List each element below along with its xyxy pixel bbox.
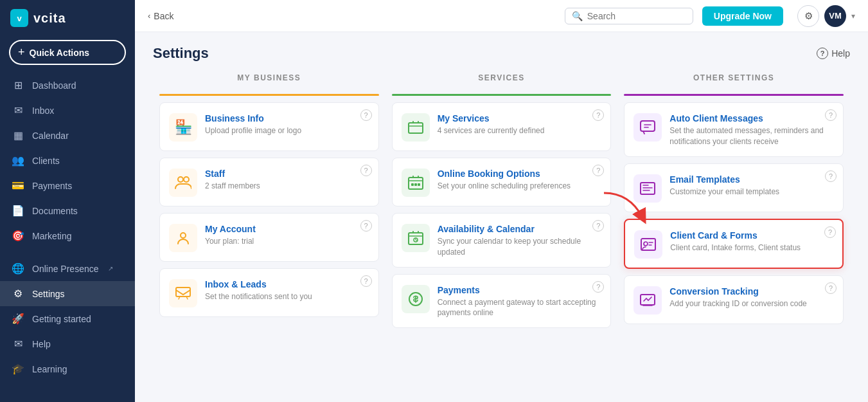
chevron-down-icon[interactable]: ▾ [851,12,855,21]
my-services-icon [402,113,430,142]
card-my-account[interactable]: My Account Your plan: trial ? [159,213,379,262]
marketing-icon: 🎯 [12,230,24,242]
help-link[interactable]: ? Help [817,48,850,59]
card-inbox-leads[interactable]: Inbox & Leads Set the notifications sent… [159,268,379,317]
card-body: Staff 2 staff members [205,169,369,192]
plus-icon: + [18,46,25,59]
email-templates-icon [633,174,662,203]
question-icon[interactable]: ? [825,109,837,121]
sidebar-item-inbox[interactable]: ✉ Inbox [0,98,135,123]
back-button[interactable]: ‹ Back [148,11,173,21]
svg-rect-6 [411,183,414,186]
card-online-booking[interactable]: Online Booking Options Set your online s… [392,158,612,206]
sidebar-item-help[interactable]: ✉ Help [0,331,135,356]
upgrade-button[interactable]: Upgrade Now [702,6,783,26]
question-icon[interactable]: ? [592,281,604,293]
settings-topbar-icon[interactable]: ⚙ [797,5,819,27]
availability-icon [402,224,430,252]
card-desc: Customize your email templates [669,187,834,197]
help-icon: ✉ [12,338,24,350]
card-desc: Add your tracking ID or conversion code [669,298,834,309]
settings-icon: ⚙ [12,288,24,300]
question-icon[interactable]: ? [360,109,372,121]
card-body: Email Templates Customize your email tem… [669,174,834,197]
card-auto-client-messages[interactable]: Auto Client Messages Set the automated m… [624,102,844,157]
card-body: Auto Client Messages Set the automated m… [669,113,834,147]
svg-point-15 [644,242,648,246]
card-staff[interactable]: Staff 2 staff members ? [159,158,379,206]
sidebar-item-marketing[interactable]: 🎯 Marketing [0,223,135,248]
sidebar-item-label: Getting started [32,314,91,324]
upgrade-label: Upgrade Now [714,11,772,21]
sidebar: v vcita + Quick Actions ⊞ Dashboard ✉ In… [0,0,135,402]
card-desc: Sync your calendar to keep your schedule… [438,236,602,258]
search-input[interactable] [587,11,677,21]
sidebar-item-dashboard[interactable]: ⊞ Dashboard [0,73,135,98]
sidebar-item-label: Marketing [32,231,71,241]
card-body: Conversion Tracking Add your tracking ID… [669,286,834,309]
question-icon[interactable]: ? [592,109,604,121]
card-title: Email Templates [669,174,834,185]
question-icon[interactable]: ? [592,165,604,176]
svg-point-2 [181,233,186,238]
sidebar-item-label: Documents [32,206,78,216]
card-email-templates[interactable]: Email Templates Customize your email tem… [624,163,844,212]
sidebar-item-settings[interactable]: ⚙ Settings [0,281,135,306]
card-client-card-forms[interactable]: Client Card & Forms Client card, Intake … [624,219,844,269]
client-card-icon [634,230,662,259]
help-link-label: Help [831,48,850,59]
card-desc: Set the automated messages, reminders an… [669,125,834,147]
my-account-icon [169,224,197,252]
sidebar-item-label: Online Presence [32,264,99,274]
question-icon[interactable]: ? [360,275,372,287]
svg-rect-12 [641,121,655,131]
card-business-info[interactable]: 🏪 Business Info Upload profile image or … [159,102,379,151]
inbox-icon: ✉ [12,104,24,116]
quick-actions-button[interactable]: + Quick Actions [9,40,126,65]
column-services: SERVICES My Services 4 services are curr… [385,73,618,334]
services-header: SERVICES [392,73,612,87]
card-desc: Connect a payment gateway to start accep… [438,297,602,319]
search-bar[interactable]: 🔍 [565,8,693,24]
card-availability-calendar[interactable]: Availability & Calendar Sync your calend… [392,213,612,268]
sidebar-item-clients[interactable]: 👥 Clients [0,148,135,173]
question-icon[interactable]: ? [360,220,372,232]
question-icon[interactable]: ? [360,165,372,176]
sidebar-item-label: Learning [32,364,67,374]
rocket-icon: 🚀 [12,313,24,325]
topbar: ‹ Back 🔍 Upgrade Now ⚙ VM ▾ [135,0,868,32]
card-body: My Account Your plan: trial [205,224,369,247]
sidebar-item-online-presence[interactable]: 🌐 Online Presence ↗ [0,256,135,281]
dashboard-icon: ⊞ [12,79,24,91]
card-my-services[interactable]: My Services 4 services are currently def… [392,102,612,151]
sidebar-item-label: Dashboard [32,80,76,91]
svg-point-0 [178,177,183,182]
sidebar-item-payments[interactable]: 💳 Payments [0,173,135,198]
auto-messages-icon [633,113,662,142]
my-business-header: MY BUSINESS [159,73,379,87]
card-title: Auto Client Messages [669,113,834,123]
question-icon[interactable]: ? [825,170,837,182]
online-booking-icon [402,169,430,197]
card-title: Online Booking Options [438,169,602,179]
card-payments-settings[interactable]: Payments Connect a payment gateway to st… [392,274,612,329]
documents-icon: 📄 [12,205,24,217]
question-icon[interactable]: ? [824,226,836,238]
svg-point-1 [184,177,189,182]
card-conversion-tracking[interactable]: Conversion Tracking Add your tracking ID… [624,275,844,324]
payments-settings-icon [402,285,430,313]
gear-icon: ⚙ [804,10,813,22]
sidebar-item-getting-started[interactable]: 🚀 Getting started [0,306,135,331]
online-presence-icon: 🌐 [12,262,24,275]
settings-grid: MY BUSINESS 🏪 Business Info Upload profi… [153,73,850,334]
question-icon[interactable]: ? [825,282,837,294]
question-icon[interactable]: ? [592,220,604,232]
topbar-icons: ⚙ VM ▾ [797,5,855,27]
avatar[interactable]: VM [824,5,846,27]
quick-actions-label: Quick Actions [30,48,90,58]
sidebar-item-learning[interactable]: 🎓 Learning [0,356,135,381]
card-body: Payments Connect a payment gateway to st… [438,285,602,319]
sidebar-item-calendar[interactable]: ▦ Calendar [0,123,135,148]
inbox-leads-icon [169,279,197,307]
sidebar-item-documents[interactable]: 📄 Documents [0,198,135,223]
